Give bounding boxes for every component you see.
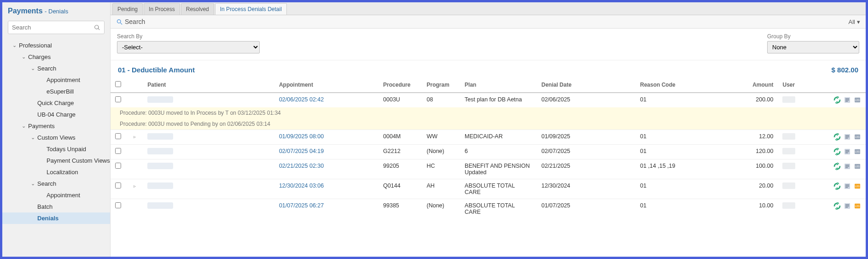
reason-cell: 01 <box>635 199 734 219</box>
appointment-link[interactable]: 02/07/2025 04:19 <box>279 148 324 154</box>
nav-item-appointment[interactable]: Appointment <box>2 189 110 201</box>
program-cell: WW <box>422 130 460 145</box>
row-checkbox[interactable] <box>115 96 121 102</box>
refresh-icon[interactable] <box>833 182 841 190</box>
all-dropdown[interactable]: All ▾ <box>849 18 860 25</box>
amount-cell: 20.00 <box>734 179 778 199</box>
nav-item-search[interactable]: ⌄Search <box>2 178 110 189</box>
nav-item-custom-views[interactable]: ⌄Custom Views <box>2 132 110 143</box>
tab-bar: PendingIn ProcessResolvedIn Process Deni… <box>111 2 866 15</box>
appointment-link[interactable]: 12/30/2024 03:06 <box>279 182 324 189</box>
patient-redacted[interactable] <box>147 96 173 103</box>
denial-date-cell: 02/06/2025 <box>537 93 635 107</box>
nav-item-charges[interactable]: ⌄Charges <box>2 51 110 63</box>
row-actions: LOG <box>821 202 861 210</box>
header-appointment[interactable]: Appointment <box>274 77 379 93</box>
nav-item-localization[interactable]: Localization <box>2 166 110 178</box>
header-program[interactable]: Program <box>422 77 460 93</box>
refresh-icon[interactable] <box>833 148 841 155</box>
patient-redacted[interactable] <box>147 133 173 140</box>
nav-item-label: Localization <box>47 169 78 176</box>
plan-cell: BENEFIT AND PENSION Updated <box>460 159 537 179</box>
refresh-icon[interactable] <box>833 96 841 104</box>
log-icon[interactable]: LOG <box>854 133 861 141</box>
row-checkbox[interactable] <box>115 133 121 139</box>
log-icon[interactable]: LOG <box>854 202 861 210</box>
search-by-select[interactable]: -Select- <box>117 41 260 53</box>
row-checkbox[interactable] <box>115 202 121 208</box>
plan-cell: ABSOLUTE TOTAL CARE <box>460 179 537 199</box>
note-icon[interactable] <box>844 96 851 104</box>
note-icon[interactable] <box>844 202 851 210</box>
sidebar-search-input[interactable] <box>8 21 104 34</box>
row-checkbox[interactable] <box>115 163 121 169</box>
note-icon[interactable] <box>844 133 851 141</box>
nav-item-payment-custom-views[interactable]: Payment Custom Views <box>2 155 110 166</box>
header-check[interactable] <box>111 77 129 93</box>
row-checkbox[interactable] <box>115 182 121 188</box>
note-icon[interactable] <box>844 182 851 190</box>
appointment-link[interactable]: 02/06/2025 02:42 <box>279 96 324 103</box>
nav-item-label: Professional <box>19 42 52 49</box>
nav-item-payments[interactable]: ⌄Payments <box>2 120 110 132</box>
header-expand <box>129 77 143 93</box>
expand-toggle-icon[interactable]: ▹ <box>134 134 136 139</box>
patient-redacted[interactable] <box>147 163 173 169</box>
appointment-link[interactable]: 01/09/2025 08:00 <box>279 133 324 140</box>
header-plan[interactable]: Plan <box>460 77 537 93</box>
header-reason[interactable]: Reason Code <box>635 77 734 93</box>
refresh-icon[interactable] <box>833 133 841 141</box>
user-redacted <box>782 148 795 154</box>
nav-item-quick-charge[interactable]: Quick Charge <box>2 97 110 109</box>
refresh-icon[interactable] <box>833 163 841 170</box>
search-by-block: Search By -Select- <box>117 33 260 53</box>
header-patient[interactable]: Patient <box>143 77 274 93</box>
nav-item-esuperbill[interactable]: eSuperBill <box>2 86 110 97</box>
nav-item-todays-unpaid[interactable]: Todays Unpaid <box>2 143 110 155</box>
header-denial-date[interactable]: Denial Date <box>537 77 635 93</box>
title-sub: - Denials <box>45 8 68 15</box>
header-user[interactable]: User <box>778 77 816 93</box>
tab-resolved[interactable]: Resolved <box>181 3 214 15</box>
user-redacted <box>782 133 795 140</box>
search-bar-left[interactable]: Search <box>116 18 145 25</box>
nav-item-appointment[interactable]: Appointment <box>2 74 110 86</box>
header-amount[interactable]: Amount <box>734 77 778 93</box>
log-icon[interactable]: LOG <box>854 148 861 155</box>
sidebar-search[interactable] <box>8 21 105 34</box>
note-icon[interactable] <box>844 148 851 155</box>
nav-item-professional[interactable]: ⌄Professional <box>2 40 110 51</box>
nav-item-search[interactable]: ⌄Search <box>2 63 110 74</box>
header-actions <box>816 77 866 93</box>
procedure-cell: 0004M <box>379 130 422 145</box>
tab-in-process[interactable]: In Process <box>144 3 180 15</box>
table-wrap[interactable]: Patient Appointment Procedure Program Pl… <box>111 77 866 257</box>
denial-date-cell: 12/30/2024 <box>537 179 635 199</box>
tab-pending[interactable]: Pending <box>112 3 143 15</box>
row-actions: LOG <box>821 133 861 141</box>
log-icon[interactable]: LOG <box>854 96 861 104</box>
nav-item-denials[interactable]: Denials <box>2 212 110 224</box>
select-all-checkbox[interactable] <box>115 81 121 87</box>
log-icon[interactable]: LOG <box>854 182 861 190</box>
nav-item-ub-04-charge[interactable]: UB-04 Charge <box>2 109 110 120</box>
nav-item-batch[interactable]: Batch <box>2 201 110 212</box>
patient-redacted[interactable] <box>147 148 173 154</box>
denial-date-cell: 02/07/2025 <box>537 145 635 159</box>
patient-redacted[interactable] <box>147 182 173 189</box>
row-checkbox[interactable] <box>115 148 121 154</box>
note-icon[interactable] <box>844 163 851 170</box>
header-procedure[interactable]: Procedure <box>379 77 422 93</box>
tab-in-process-denials-detail[interactable]: In Process Denials Detail <box>215 3 287 15</box>
plan-cell: Test plan for DB Aetna <box>460 93 537 107</box>
row-actions: LOG <box>821 182 861 190</box>
patient-redacted[interactable] <box>147 202 173 209</box>
expand-toggle-icon[interactable]: ▹ <box>134 183 136 188</box>
group-by-select[interactable]: None <box>767 41 859 53</box>
appointment-link[interactable]: 01/07/2025 06:27 <box>279 202 324 209</box>
chevron-icon: ⌄ <box>31 135 35 141</box>
table-row: ▹12/30/2024 03:06Q0144AHABSOLUTE TOTAL C… <box>111 179 866 199</box>
appointment-link[interactable]: 02/21/2025 02:30 <box>279 163 324 169</box>
log-icon[interactable]: LOG <box>854 163 861 170</box>
refresh-icon[interactable] <box>833 202 841 210</box>
